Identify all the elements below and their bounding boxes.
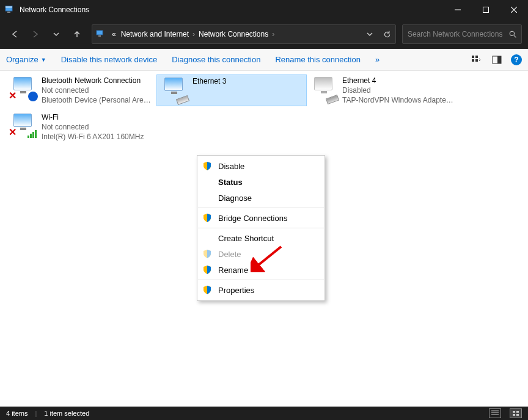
ethernet-plug-icon (176, 95, 189, 105)
menu-item-status[interactable]: Status (197, 174, 324, 190)
menu-item-disable[interactable]: Disable (197, 158, 324, 174)
app-icon (5, 5, 15, 15)
menu-label: Disable (218, 162, 244, 171)
connection-item-bluetooth[interactable]: ✕ Bluetooth Network Connection Not conne… (6, 74, 156, 106)
window-controls (444, 0, 528, 20)
connection-device: Bluetooth Device (Personal Area ... (42, 95, 154, 105)
status-item-count: 4 items (6, 410, 28, 417)
menu-label: Rename (218, 266, 248, 275)
status-separator: | (35, 410, 37, 417)
svg-rect-11 (472, 56, 474, 58)
svg-rect-21 (513, 411, 515, 413)
ethernet-connection-icon (160, 76, 189, 102)
menu-separator (198, 280, 324, 280)
menu-label: Diagnose (218, 194, 252, 203)
navigation-bar: « Network and Internet › Network Connect… (0, 20, 528, 49)
shield-icon (202, 249, 212, 259)
menu-item-diagnose[interactable]: Diagnose (197, 190, 324, 206)
menu-label: Properties (218, 286, 254, 295)
search-box[interactable] (402, 24, 522, 44)
up-button[interactable] (68, 26, 86, 43)
maximize-button[interactable] (472, 0, 500, 20)
view-options-button[interactable] (469, 53, 483, 67)
forward-button[interactable] (27, 26, 44, 43)
disconnected-x-icon: ✕ (9, 90, 16, 101)
svg-rect-4 (483, 7, 489, 13)
diagnose-button[interactable]: Diagnose this connection (172, 55, 260, 64)
command-bar: Organize▼ Disable this network device Di… (0, 49, 528, 71)
refresh-button[interactable] (378, 26, 395, 43)
menu-label: Delete (218, 250, 241, 259)
ethernet-plug-icon (326, 95, 339, 104)
menu-item-bridge[interactable]: Bridge Connections (197, 210, 324, 226)
window-title: Network Connections (20, 5, 444, 14)
back-button[interactable] (6, 26, 23, 43)
context-menu: Disable Status Diagnose Bridge Connectio… (197, 155, 325, 301)
svg-rect-24 (516, 414, 519, 416)
breadcrumb-part2[interactable]: Network Connections (196, 30, 271, 38)
svg-rect-14 (475, 59, 478, 62)
bluetooth-badge-icon (28, 92, 38, 101)
close-button[interactable] (500, 0, 528, 20)
svg-line-10 (514, 35, 516, 37)
connection-name: Ethernet 4 (342, 76, 455, 85)
overflow-button[interactable]: » (375, 55, 380, 64)
connection-item-ethernet3[interactable]: Ethernet 3 (156, 74, 307, 106)
menu-item-create-shortcut[interactable]: Create Shortcut (197, 230, 324, 246)
svg-rect-1 (6, 6, 12, 8)
svg-rect-16 (497, 56, 501, 63)
bluetooth-connection-icon: ✕ (9, 76, 38, 101)
connection-item-wifi[interactable]: ✕ Wi-Fi Not connected Intel(R) Wi-Fi 6 A… (6, 111, 156, 143)
address-icon (96, 29, 106, 39)
rename-button[interactable]: Rename this connection (275, 55, 360, 64)
connection-item-ethernet4[interactable]: Ethernet 4 Disabled TAP-NordVPN Windows … (307, 74, 457, 106)
svg-rect-12 (475, 56, 478, 58)
connection-status: Not connected (42, 85, 154, 95)
chevron-right-icon[interactable]: › (191, 30, 196, 38)
search-icon[interactable] (504, 31, 521, 38)
svg-rect-13 (472, 59, 474, 62)
svg-rect-7 (97, 31, 103, 35)
menu-separator (198, 228, 324, 228)
organize-label: Organize (6, 55, 38, 64)
chevron-right-icon[interactable]: › (271, 30, 276, 38)
menu-separator (198, 208, 324, 208)
connections-list: ✕ Bluetooth Network Connection Not conne… (0, 71, 528, 407)
organize-menu[interactable]: Organize▼ (6, 55, 46, 64)
recent-locations-button[interactable] (48, 26, 65, 43)
shield-icon (202, 285, 212, 295)
preview-pane-button[interactable] (490, 53, 504, 67)
connection-status: Disabled (342, 85, 455, 95)
network-connections-window: Network Connections « Network and Intern… (0, 0, 528, 420)
details-view-button[interactable] (489, 408, 501, 418)
connection-status: Not connected (42, 122, 144, 132)
svg-rect-23 (513, 414, 515, 416)
address-bar[interactable]: « Network and Internet › Network Connect… (92, 24, 396, 44)
svg-rect-22 (516, 411, 519, 413)
breadcrumb-prefix: « (109, 30, 119, 38)
shield-icon (202, 265, 212, 275)
menu-item-rename[interactable]: Rename (197, 262, 324, 278)
menu-label: Bridge Connections (218, 214, 287, 223)
search-input[interactable] (408, 30, 504, 38)
shield-icon (202, 161, 212, 171)
connection-device: TAP-NordVPN Windows Adapter ... (342, 95, 455, 105)
menu-label: Status (218, 178, 243, 187)
connection-name: Bluetooth Network Connection (42, 76, 154, 85)
menu-label: Create Shortcut (218, 234, 274, 243)
shield-icon (202, 213, 212, 223)
large-icons-view-button[interactable] (510, 408, 522, 418)
minimize-button[interactable] (444, 0, 472, 20)
ethernet-connection-icon (309, 76, 339, 101)
connection-name: Ethernet 3 (193, 76, 226, 86)
breadcrumb-part1[interactable]: Network and Internet (119, 30, 191, 38)
menu-item-properties[interactable]: Properties (197, 282, 324, 298)
disable-device-button[interactable]: Disable this network device (61, 55, 158, 64)
status-bar: 4 items | 1 item selected (0, 407, 528, 420)
status-selected-count: 1 item selected (44, 410, 89, 417)
help-button[interactable]: ? (511, 54, 522, 65)
titlebar: Network Connections (0, 0, 528, 20)
caret-down-icon: ▼ (41, 57, 46, 63)
svg-rect-8 (98, 35, 101, 37)
address-history-button[interactable] (361, 26, 378, 43)
